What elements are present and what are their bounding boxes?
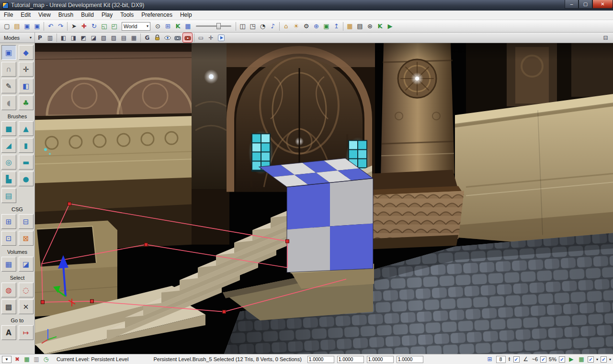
search-binoculars-icon[interactable]: ⊙ [153, 21, 163, 31]
csg-intersect-button[interactable]: ⊡ [1, 231, 16, 246]
status-dropdown[interactable]: ▼ [2, 356, 11, 363]
widget-cycle-icon[interactable]: ✛ [206, 33, 216, 42]
far-clip-slider[interactable] [196, 22, 231, 31]
foliage-mode-button[interactable]: ♣ [19, 95, 34, 110]
viewport-canvas[interactable] [35, 43, 613, 354]
viewmode-wireframe-icon[interactable]: ◧ [59, 33, 68, 42]
chevron-down-icon[interactable]: ▾ [609, 357, 611, 362]
geometry-mode-button[interactable]: ◆ [19, 45, 34, 60]
close-button[interactable]: ✕ [592, 0, 613, 9]
csg-subtract-button[interactable]: ⊟ [19, 214, 34, 229]
camera-icon[interactable] [173, 33, 182, 42]
select-tool-icon[interactable]: ➤ [69, 21, 79, 31]
menu-preferences[interactable]: Preferences [137, 11, 176, 20]
brush-cylinder-button[interactable]: ▮ [19, 138, 34, 153]
slider-thumb[interactable] [216, 23, 221, 29]
scale-grid-checkbox[interactable]: ✓ [559, 356, 565, 363]
kismet-icon[interactable]: K [173, 21, 183, 31]
status-lock-icon[interactable]: ✖ [13, 355, 21, 363]
drag-grid-checkbox[interactable]: ✓ [513, 356, 520, 363]
menu-brush[interactable]: Brush [55, 11, 77, 20]
brush-spiral-stair-button[interactable]: ◎ [1, 155, 16, 170]
brush-curved-stair-button[interactable]: ◢ [1, 138, 16, 153]
brush-volumetric-button[interactable]: ▤ [1, 188, 16, 203]
camera-active-icon[interactable] [183, 33, 192, 42]
viewmode-unlit-icon[interactable]: ◩ [79, 33, 88, 42]
modes-header[interactable]: Modes ▾ [0, 33, 35, 43]
region-select-icon[interactable]: ▭ [196, 33, 205, 42]
stats-grid-icon[interactable]: ▦ [578, 355, 585, 363]
chevron-down-icon[interactable]: ▾ [596, 357, 598, 362]
kismet2-icon[interactable]: K [375, 21, 385, 31]
brush-linear-stair-button[interactable]: ▙ [1, 171, 16, 186]
status-layers-icon[interactable]: ▥ [33, 355, 40, 363]
build-all-icon[interactable]: ▣ [321, 21, 331, 31]
texture-align-mode-button[interactable]: ✛ [19, 62, 34, 77]
redo-icon[interactable]: ↷ [56, 21, 66, 31]
save-map-icon[interactable]: ▣ [22, 21, 32, 31]
volume-builder-button[interactable]: ▦ [1, 257, 16, 272]
open-map-icon[interactable]: ▤ [12, 21, 22, 31]
realtime-play-icon[interactable] [216, 33, 226, 42]
snap-checkbox[interactable]: ✓ [588, 356, 594, 363]
build-paths-icon[interactable]: ⚙ [301, 21, 311, 31]
menu-edit[interactable]: Edit [17, 11, 34, 20]
select-hide-button[interactable]: ◌ [19, 283, 34, 297]
csg-add-button[interactable]: ⊞ [1, 214, 16, 229]
menu-play[interactable]: Play [98, 11, 116, 20]
autosave-checkbox[interactable]: ✓ [601, 356, 607, 363]
undo-icon[interactable]: ↶ [45, 21, 56, 31]
viewmode-brushwire-icon[interactable]: ◨ [69, 33, 78, 42]
volume-cube-button[interactable]: ◪ [19, 257, 34, 272]
menu-tools[interactable]: Tools [116, 11, 137, 20]
autosave-play-icon[interactable]: ▶ [568, 355, 575, 363]
new-map-icon[interactable]: ▢ [2, 21, 12, 31]
viewmode-texture-density-icon[interactable]: ▤ [119, 33, 128, 42]
build-lighting-icon[interactable]: ☀ [291, 21, 301, 31]
build-cover-icon[interactable]: ⊕ [311, 21, 321, 31]
menu-build[interactable]: Build [77, 11, 98, 20]
menu-file[interactable]: File [0, 11, 17, 20]
static-mesh-mode-button[interactable]: ◧ [19, 79, 34, 93]
rollup-icon[interactable]: ⊟ [601, 33, 610, 42]
snap-grid-icon[interactable]: ⊞ [163, 21, 173, 31]
rotation-grid-checkbox[interactable]: ✓ [540, 356, 546, 363]
brush-cube-button[interactable]: ■ [1, 121, 16, 136]
menu-help[interactable]: Help [176, 11, 196, 20]
game-view-icon[interactable]: G [143, 33, 152, 42]
drawscale-field[interactable] [307, 356, 334, 363]
goto-builder-button[interactable]: ↦ [19, 325, 34, 340]
save-all-icon[interactable]: ▣ [32, 21, 42, 31]
p-toggle-icon[interactable]: P [35, 33, 45, 42]
drawscale-field[interactable] [367, 356, 394, 363]
viewmode-shader-complexity-icon[interactable]: ▦ [129, 33, 138, 42]
menu-view[interactable]: View [34, 11, 55, 20]
camera-mode-button[interactable]: ▣ [1, 45, 16, 60]
publish-icon[interactable]: ↥ [331, 21, 341, 31]
rotate-tool-icon[interactable]: ↻ [89, 21, 99, 31]
actor-classes-icon[interactable]: ▤ [355, 21, 365, 31]
scale-tool-icon[interactable]: ◱ [99, 21, 109, 31]
drawscale-field[interactable] [397, 356, 423, 363]
translate-tool-icon[interactable]: ✚ [79, 21, 89, 31]
level-lock-icon[interactable] [153, 33, 162, 42]
emulate-mobile-icon[interactable]: ◔ [258, 21, 268, 31]
play-in-editor-icon[interactable]: ▶ [385, 21, 395, 31]
build-geometry-icon[interactable]: ⌂ [281, 21, 291, 31]
autosave-clock-icon[interactable]: ◷ [42, 355, 50, 363]
fullscreen-icon[interactable]: ◫ [238, 21, 248, 31]
grid-size-stepper[interactable]: ▲▼ [508, 357, 511, 362]
brush-sheet-button[interactable]: ▬ [19, 155, 34, 170]
world-dropdown[interactable]: World ▾ [122, 22, 150, 31]
realtime-audio-icon[interactable]: ♪ [268, 21, 278, 31]
goto-actor-button[interactable]: A [1, 325, 16, 340]
status-grid-icon[interactable]: ▦ [23, 355, 31, 363]
scale-nonuniform-tool-icon[interactable]: ◰ [109, 21, 119, 31]
mesh-paint-mode-button[interactable]: ✎ [1, 79, 16, 93]
brush-sphere-button[interactable]: ● [19, 171, 34, 186]
generic-browser-icon[interactable]: ▦ [183, 21, 193, 31]
maximize-button[interactable]: ▢ [579, 0, 592, 9]
minimize-button[interactable]: – [565, 0, 579, 9]
drawscale-field[interactable] [337, 356, 364, 363]
world-properties-icon[interactable]: ⊛ [365, 21, 375, 31]
